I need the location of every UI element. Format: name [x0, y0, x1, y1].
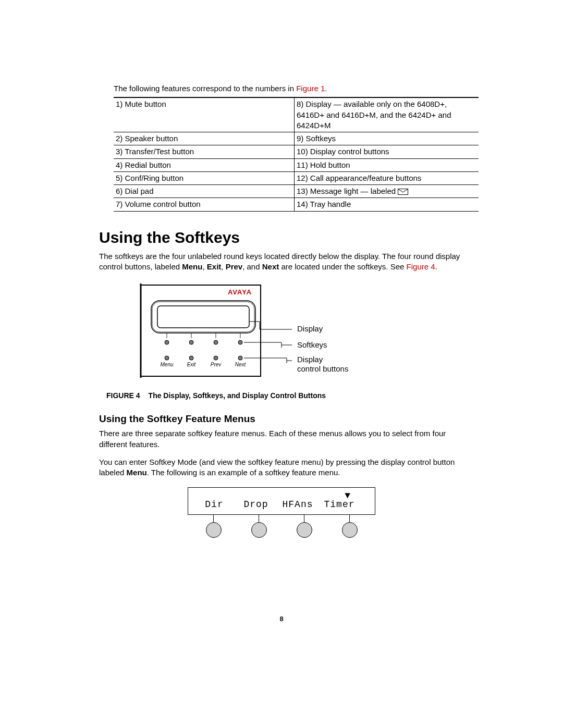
menu-softkey-buttons — [188, 515, 375, 538]
table-cell-right: 9) Softkeys — [295, 132, 479, 145]
softkey-button — [284, 515, 325, 538]
svg-rect-3 — [157, 306, 249, 328]
figure-4-svg: AVAYA Display — [125, 280, 375, 384]
table-cell-right: 10) Display control buttons — [295, 145, 479, 158]
figure-4: AVAYA Display — [125, 280, 464, 387]
svg-point-8 — [165, 340, 169, 344]
svg-point-23 — [238, 356, 242, 360]
menu-display-box: ▼ DirDropHFAnsTimer — [188, 487, 375, 514]
intro-paragraph: The following features correspond to the… — [114, 83, 464, 94]
table-cell-left: 6) Dial pad — [114, 185, 295, 198]
menu-label: Timer — [319, 498, 360, 511]
table-cell-left: 1) Mute button — [114, 97, 295, 132]
table-cell-right: 12) Call appearance/feature buttons — [295, 171, 479, 184]
table-row: 3) Transfer/Test button10) Display contr… — [114, 145, 479, 158]
svg-text:Menu: Menu — [160, 362, 173, 367]
table-row: 5) Conf/Ring button12) Call appearance/f… — [114, 171, 479, 184]
svg-text:Display: Display — [297, 355, 323, 364]
softkey-button — [329, 515, 371, 538]
figure-4-caption: FIGURE 4The Display, Softkeys, and Displ… — [106, 391, 464, 401]
softkey-menu-example: ▼ DirDropHFAnsTimer — [188, 487, 375, 537]
svg-point-20 — [165, 356, 169, 360]
table-cell-right: 14) Tray handle — [295, 198, 479, 211]
menu-label: Dir — [193, 498, 235, 511]
table-row: 7) Volume control button14) Tray handle — [114, 198, 479, 211]
softkeys-row — [165, 333, 242, 344]
softkey-button — [238, 515, 280, 538]
figure-1-link[interactable]: Figure 1 — [296, 84, 325, 93]
table-cell-left: 2) Speaker button — [114, 132, 295, 145]
table-cell-left: 7) Volume control button — [114, 198, 295, 211]
svg-text:Softkeys: Softkeys — [297, 340, 327, 349]
svg-point-21 — [189, 356, 193, 360]
table-row: 4) Redial button11) Hold button — [114, 158, 479, 171]
feature-table: 1) Mute button8) Display — available onl… — [114, 97, 479, 211]
heading-softkey-feature-menus: Using the Softkey Feature Menus — [99, 412, 464, 426]
brand-label: AVAYA — [228, 288, 252, 296]
svg-point-22 — [214, 356, 218, 360]
menu-arrow: ▼ — [193, 491, 370, 498]
svg-point-10 — [214, 340, 218, 344]
softkey-button — [193, 515, 235, 538]
table-row: 1) Mute button8) Display — available onl… — [114, 97, 479, 132]
svg-text:Exit: Exit — [187, 362, 197, 367]
table-cell-left: 4) Redial button — [114, 158, 295, 171]
svg-text:control buttons: control buttons — [297, 364, 348, 373]
feature-menus-paragraph-2: You can enter Softkey Mode (and view the… — [99, 457, 464, 478]
control-buttons-row: Menu Exit Prev Next — [160, 356, 246, 367]
envelope-icon — [398, 187, 408, 195]
heading-using-softkeys: Using the Softkeys — [99, 227, 464, 249]
table-cell-right: 11) Hold button — [295, 158, 479, 171]
page-number: 8 — [0, 614, 563, 624]
document-page: The following features correspond to the… — [0, 0, 563, 728]
svg-text:Display: Display — [297, 324, 323, 333]
svg-point-9 — [189, 340, 193, 344]
feature-menus-paragraph-1: There are three separate softkey feature… — [99, 428, 464, 450]
table-cell-left: 3) Transfer/Test button — [114, 145, 295, 158]
softkeys-paragraph: The softkeys are the four unlabeled roun… — [99, 251, 464, 273]
table-cell-right: 13) Message light — labeled — [295, 185, 479, 198]
menu-label: Drop — [235, 498, 277, 511]
table-row: 2) Speaker button9) Softkeys — [114, 132, 479, 145]
svg-text:Prev: Prev — [211, 362, 222, 367]
svg-point-11 — [238, 340, 242, 344]
figure-4-link[interactable]: Figure 4 — [407, 262, 435, 271]
intro-suffix: . — [325, 84, 327, 93]
table-cell-right: 8) Display — available only on the 6408D… — [295, 97, 479, 132]
menu-labels-row: DirDropHFAnsTimer — [193, 498, 370, 511]
svg-text:Next: Next — [235, 362, 247, 367]
table-row: 6) Dial pad13) Message light — labeled — [114, 185, 479, 198]
intro-text: The following features correspond to the… — [114, 84, 296, 93]
table-cell-left: 5) Conf/Ring button — [114, 171, 295, 184]
menu-label: HFAns — [277, 498, 319, 511]
